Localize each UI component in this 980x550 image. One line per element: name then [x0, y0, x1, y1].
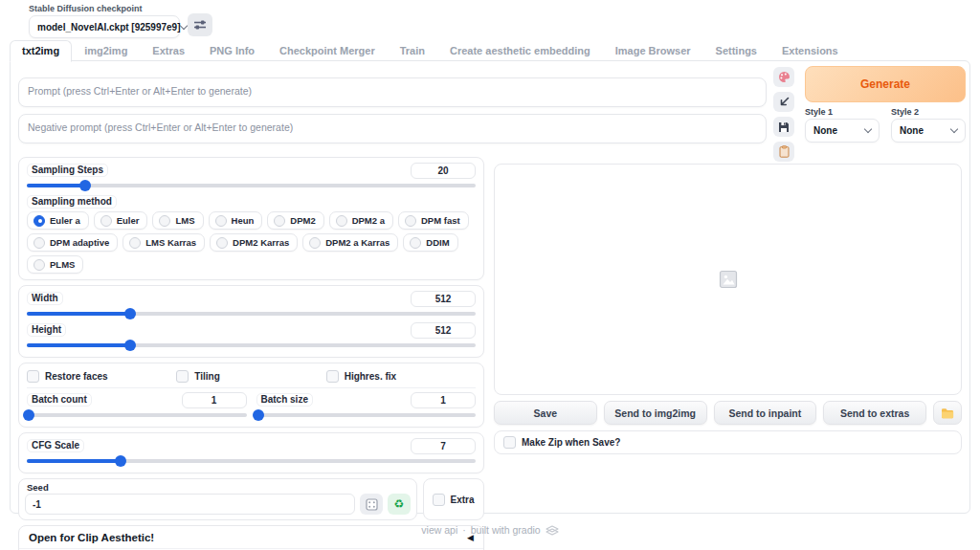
footer: view api · built with gradio [0, 524, 980, 536]
radio-dpm2-a[interactable]: DPM2 a [329, 211, 393, 230]
radio-icon [33, 259, 45, 271]
radio-heun[interactable]: Heun [209, 211, 263, 230]
sampling-group: Sampling Steps Sampling method Euler a E… [18, 157, 484, 280]
radio-dpm2[interactable]: DPM2 [267, 211, 323, 230]
extra-seed-group[interactable]: Extra [423, 478, 484, 520]
save-button[interactable]: Save [494, 401, 597, 425]
sampling-steps-input[interactable] [411, 163, 476, 179]
cfg-scale-label: CFG Scale [27, 439, 84, 452]
toggles-row: Restore faces Tiling Highres. fix [27, 368, 476, 388]
tiling-checkbox[interactable]: Tiling [176, 370, 325, 383]
built-with-gradio-link[interactable]: built with gradio [471, 524, 541, 536]
batch-size-input[interactable] [411, 392, 476, 408]
radio-icon [410, 237, 421, 249]
generate-button[interactable]: Generate [805, 66, 966, 102]
tab-settings[interactable]: Settings [703, 40, 769, 62]
seed-input[interactable] [25, 494, 355, 515]
tab-checkpoint-merger[interactable]: Checkpoint Merger [267, 40, 388, 62]
slider-thumb[interactable] [253, 409, 264, 421]
radio-dpm2-karras[interactable]: DPM2 Karras [210, 233, 298, 252]
batch-count-label: Batch count [27, 393, 92, 407]
checkbox-icon[interactable] [433, 494, 445, 506]
radio-icon [33, 237, 45, 249]
sampling-steps-slider[interactable] [27, 180, 476, 191]
checkbox-icon[interactable] [27, 370, 39, 383]
prompt-input[interactable] [18, 77, 767, 107]
style2-select[interactable]: None [891, 119, 966, 143]
radio-plms[interactable]: PLMS [27, 255, 83, 274]
dice-icon [366, 498, 378, 511]
cfg-group: CFG Scale [18, 432, 484, 473]
tab-extras[interactable]: Extras [140, 40, 197, 62]
style1-select[interactable]: None [805, 119, 880, 143]
restore-faces-checkbox[interactable]: Restore faces [27, 370, 176, 383]
radio-euler-a[interactable]: Euler a [27, 211, 89, 230]
tab-png-info[interactable]: PNG Info [197, 40, 267, 62]
radio-icon [405, 215, 416, 227]
zip-label: Make Zip when Save? [522, 437, 620, 448]
open-folder-button[interactable] [933, 401, 962, 425]
reuse-seed-button[interactable]: ♻ [388, 494, 411, 515]
radio-ddim[interactable]: DDIM [403, 233, 457, 252]
gradio-logo-icon [546, 525, 559, 536]
highres-fix-checkbox[interactable]: Highres. fix [326, 370, 476, 383]
batch-size-slider[interactable] [256, 409, 477, 421]
zip-checkbox[interactable] [503, 436, 516, 449]
batch-count-slider[interactable] [27, 409, 247, 421]
apply-style-button[interactable] [773, 142, 794, 162]
chevron-down-icon [950, 125, 958, 133]
image-placeholder-icon [719, 270, 738, 289]
slider-thumb[interactable] [124, 308, 136, 319]
width-slider[interactable] [27, 308, 476, 319]
result-image-area [494, 164, 962, 395]
radio-dpm-fast[interactable]: DPM fast [398, 211, 469, 230]
roll-artist-button[interactable] [773, 67, 794, 87]
height-slider[interactable] [27, 340, 476, 351]
checkpoint-settings-button[interactable] [188, 13, 212, 36]
checkbox-icon[interactable] [176, 370, 189, 383]
send-to-img2img-button[interactable]: Send to img2img [604, 401, 707, 425]
radio-dpm-adaptive[interactable]: DPM adaptive [27, 233, 118, 252]
tab-image-browser[interactable]: Image Browser [603, 40, 703, 62]
radio-lms-karras[interactable]: LMS Karras [122, 233, 205, 252]
generate-column: Generate Style 1 None Style 2 None [805, 66, 966, 143]
tab-txt2img[interactable]: txt2img [10, 40, 72, 62]
random-seed-button[interactable] [360, 494, 383, 515]
dimensions-group: Width Height [18, 285, 484, 358]
checkpoint-select[interactable]: model_NovelAI.ckpt [925997e9] [29, 15, 180, 38]
prompt-column [18, 77, 767, 143]
checkpoint-label: Stable Diffusion checkpoint [29, 4, 180, 13]
checkpoint-selector-block: Stable Diffusion checkpoint model_NovelA… [29, 4, 180, 38]
tab-create-aesthetic-embedding[interactable]: Create aesthetic embedding [437, 40, 603, 62]
view-api-link[interactable]: view api [421, 524, 457, 536]
radio-lms[interactable]: LMS [152, 211, 203, 230]
radio-icon [216, 237, 228, 249]
settings-column: Sampling Steps Sampling method Euler a E… [18, 157, 484, 550]
radio-dpm2-a-karras[interactable]: DPM2 a Karras [302, 233, 398, 252]
slider-thumb[interactable] [124, 340, 136, 351]
batch-size-label: Batch size [256, 393, 313, 407]
save-style-button[interactable] [773, 117, 794, 137]
cfg-scale-input[interactable] [411, 438, 476, 454]
radio-euler[interactable]: Euler [94, 211, 148, 230]
tab-extensions[interactable]: Extensions [769, 40, 851, 62]
batch-count-input[interactable] [182, 392, 247, 408]
slider-thumb[interactable] [23, 409, 34, 421]
cfg-scale-slider[interactable] [27, 455, 476, 467]
height-label: Height [27, 323, 66, 337]
slider-thumb[interactable] [79, 180, 91, 191]
send-to-extras-button[interactable]: Send to extras [823, 401, 926, 425]
width-input[interactable] [411, 291, 476, 307]
negative-prompt-input[interactable] [18, 114, 767, 143]
output-buttons-row: Save Send to img2img Send to inpaint Sen… [494, 401, 962, 425]
tab-train[interactable]: Train [388, 40, 437, 62]
slider-thumb[interactable] [115, 455, 126, 467]
tab-img2img[interactable]: img2img [72, 40, 140, 62]
folder-icon [941, 407, 954, 419]
height-input[interactable] [411, 322, 476, 339]
checkbox-icon[interactable] [326, 370, 339, 383]
floppy-disk-icon [778, 121, 790, 133]
send-to-inpaint-button[interactable]: Send to inpaint [714, 401, 817, 425]
paste-params-button[interactable] [773, 92, 794, 112]
style2-value: None [900, 125, 924, 136]
